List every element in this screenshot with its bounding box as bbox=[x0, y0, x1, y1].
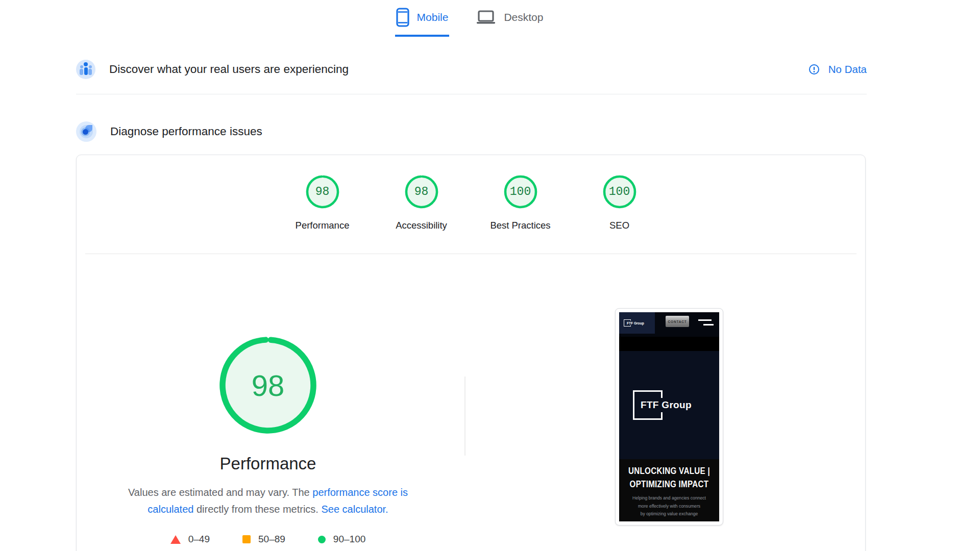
diagnose-gauge-icon bbox=[76, 121, 96, 142]
lab-section-title: Diagnose performance issues bbox=[110, 125, 262, 138]
disclaimer-text-1: Values are estimated and may vary. The bbox=[128, 487, 312, 498]
field-section-title: Discover what your real users are experi… bbox=[109, 63, 349, 76]
fail-range-label: 0–49 bbox=[188, 534, 210, 545]
average-range-label: 50–89 bbox=[258, 534, 285, 545]
accessibility-score-label: Accessibility bbox=[396, 220, 447, 231]
hero-logo-text: FTF Group bbox=[639, 398, 694, 412]
score-item-performance[interactable]: 98 Performance bbox=[273, 175, 372, 231]
score-calc-link-part2[interactable]: calculated bbox=[148, 504, 193, 515]
screenshot-subtext: Helping brands and agencies connect more… bbox=[619, 494, 719, 518]
see-calculator-link[interactable]: See calculator. bbox=[321, 504, 388, 515]
pagespeed-report-page: Mobile Desktop Discover what your real u… bbox=[0, 0, 980, 551]
screenshot-navbar: FTF Group CONTACT bbox=[619, 312, 719, 337]
disclaimer-text-2: directly from these metrics. bbox=[193, 504, 321, 515]
average-square-icon bbox=[242, 535, 251, 543]
screenshot-menu-icon bbox=[698, 319, 714, 325]
accessibility-score-value: 98 bbox=[405, 175, 438, 209]
score-item-best-practices[interactable]: 100 Best Practices bbox=[471, 175, 570, 231]
mini-logo-text: FTF Group bbox=[626, 321, 645, 325]
screenshot-heading: UNLOCKING VALUE | OPTIMIZING IMPACT bbox=[622, 465, 717, 491]
info-alert-icon bbox=[808, 64, 820, 75]
performance-score-label: Performance bbox=[296, 220, 350, 231]
section-divider bbox=[76, 94, 867, 94]
vertical-divider bbox=[464, 377, 465, 456]
screenshot-contact-button: CONTACT bbox=[666, 316, 689, 327]
accessibility-score-gauge: 98 bbox=[405, 175, 438, 209]
legend-fail: 0–49 bbox=[170, 534, 210, 545]
final-screenshot-thumbnail[interactable]: FTF Group CONTACT FTF Group bbox=[615, 308, 723, 525]
performance-main-score: 98 bbox=[219, 336, 317, 434]
performance-score-value: 98 bbox=[306, 175, 339, 209]
legend-average: 50–89 bbox=[242, 534, 285, 545]
seo-score-label: SEO bbox=[609, 220, 629, 231]
score-calc-link-part1[interactable]: performance score is bbox=[312, 487, 408, 498]
screenshot-hero-logo: FTF Group bbox=[631, 389, 707, 421]
pass-circle-icon bbox=[318, 536, 326, 543]
score-item-accessibility[interactable]: 98 Accessibility bbox=[372, 175, 471, 231]
best-practices-score-gauge: 100 bbox=[504, 175, 537, 209]
performance-score-gauge: 98 bbox=[306, 175, 339, 209]
field-data-section-header: Discover what your real users are experi… bbox=[76, 52, 867, 87]
seo-score-value: 100 bbox=[603, 175, 636, 209]
screenshot-content: FTF Group CONTACT FTF Group bbox=[619, 312, 719, 521]
seo-score-gauge: 100 bbox=[603, 175, 636, 209]
field-data-status[interactable]: No Data bbox=[808, 63, 867, 76]
pass-range-label: 90–100 bbox=[333, 534, 365, 545]
best-practices-score-value: 100 bbox=[504, 175, 537, 209]
report-content: Discover what your real users are experi… bbox=[76, 0, 867, 551]
no-data-link[interactable]: No Data bbox=[828, 63, 867, 76]
category-score-summary: 98 Performance 98 Accessibility bbox=[77, 175, 865, 231]
screenshot-tagline-section: UNLOCKING VALUE | OPTIMIZING IMPACT Help… bbox=[619, 459, 719, 521]
lab-report-card: 98 Performance 98 Accessibility bbox=[76, 155, 866, 551]
screenshot-black-band bbox=[619, 337, 719, 351]
performance-main-gauge: 98 bbox=[219, 336, 317, 434]
score-range-legend: 0–49 50–89 90–100 bbox=[77, 534, 459, 545]
lab-section-header: Diagnose performance issues bbox=[76, 114, 867, 149]
best-practices-score-label: Best Practices bbox=[490, 220, 550, 231]
card-divider bbox=[85, 254, 856, 254]
screenshot-hero: FTF Group bbox=[619, 351, 719, 459]
gauge-category-title: Performance bbox=[115, 454, 421, 473]
fail-triangle-icon bbox=[170, 535, 181, 544]
score-item-seo[interactable]: 100 SEO bbox=[570, 175, 669, 231]
legend-pass: 90–100 bbox=[318, 534, 365, 545]
score-disclaimer: Values are estimated and may vary. The p… bbox=[120, 484, 416, 518]
screenshot-nav-logo: FTF Group bbox=[619, 312, 655, 334]
real-users-icon bbox=[76, 60, 95, 79]
